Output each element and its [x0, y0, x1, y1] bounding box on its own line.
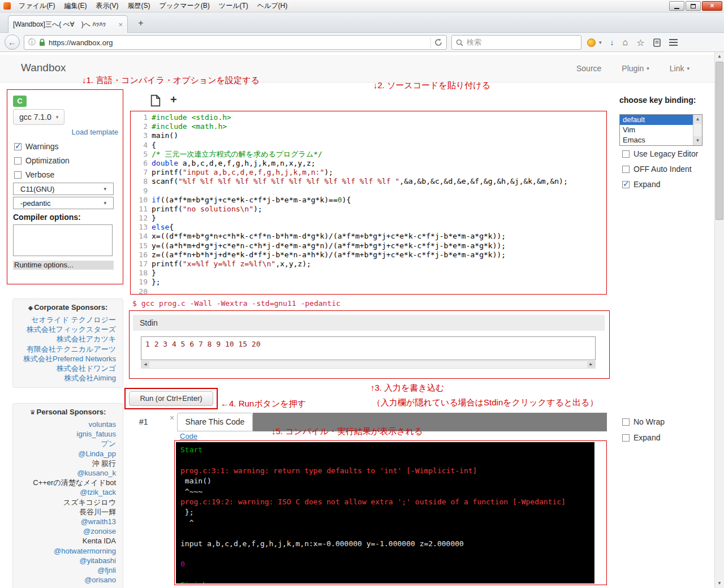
run-button[interactable]: Run (or Ctrl+Enter)	[129, 391, 213, 406]
scroll-right-icon[interactable]: ►	[587, 361, 595, 368]
reload-icon[interactable]	[434, 38, 442, 46]
sponsor-link[interactable]: 株式会社Preferred Networks	[18, 354, 116, 364]
std-select[interactable]: C11(GNU) ▾	[13, 183, 114, 195]
compiler-options-textarea[interactable]	[13, 224, 113, 256]
menu-item-b[interactable]: ブックマーク(B)	[154, 0, 214, 12]
scroll-up-icon[interactable]: ▲	[715, 52, 724, 61]
checkbox-verbose[interactable]: Verbose	[14, 170, 70, 179]
site-info-icon[interactable]: ⓘ	[28, 37, 36, 47]
extension-caret-icon[interactable]: ▾	[599, 40, 602, 45]
maximize-button[interactable]	[686, 1, 701, 11]
menu-item-v[interactable]: 表示(V)	[91, 0, 123, 12]
sponsor-link[interactable]: @tzik_tack	[18, 487, 116, 497]
checkbox-expand[interactable]: Expand	[622, 433, 665, 442]
tab-close-icon[interactable]: ×	[118, 20, 123, 29]
scroll-down-icon[interactable]: ▼	[715, 579, 724, 588]
checkbox-box[interactable]	[622, 418, 630, 426]
runtime-options-toggle[interactable]: Runtime options...	[13, 261, 114, 270]
bookmark-star-icon[interactable]: ☆	[636, 37, 644, 48]
result-tab[interactable]: #1	[130, 413, 175, 431]
code-link[interactable]: Code	[180, 432, 197, 440]
sponsor-link[interactable]: プン	[18, 439, 116, 448]
sponsor-link[interactable]: 株式会社フィックスターズ	[18, 325, 116, 334]
load-template-link[interactable]: Load template	[72, 128, 118, 136]
keybinding-option-emacs[interactable]: Emacs	[620, 135, 693, 145]
menu-item-f[interactable]: ファイル(F)	[14, 0, 59, 12]
checkbox-optimization[interactable]: Optimization	[14, 156, 70, 165]
menu-hamburger-icon[interactable]	[669, 39, 678, 46]
menu-item-h[interactable]: ヘルプ(H)	[253, 0, 292, 12]
listbox-scrollbar[interactable]: ▲ ▼	[693, 115, 702, 145]
scroll-left-icon[interactable]: ◄	[141, 361, 149, 368]
nav-plugin[interactable]: Plugin▾	[622, 64, 649, 73]
sponsor-link[interactable]: @zonoise	[18, 526, 116, 536]
sponsor-link[interactable]: @orisano	[18, 575, 116, 585]
menu-item-e[interactable]: 編集(E)	[59, 0, 91, 12]
sponsor-link[interactable]: @Linda_pp	[18, 449, 116, 459]
code-token: /* 三元一次連立方程式の解を求めるプログラム*/	[152, 150, 322, 158]
annotation-step3: ↑3. 入力を書き込む	[370, 383, 444, 394]
sponsor-link[interactable]: @kusano_k	[18, 468, 116, 478]
sponsor-link[interactable]: @wraith13	[18, 517, 116, 526]
sponsor-link[interactable]: ignis_fatuus	[18, 429, 116, 439]
menu-item-t[interactable]: ツール(T)	[214, 0, 253, 12]
browser-tab[interactable]: [Wandbox]三へ( ぺ∀゚)へ ﾊｯﾊｯ ×	[8, 15, 128, 33]
back-button[interactable]: ←	[5, 34, 20, 50]
sponsor-link[interactable]: @hotwatermorning	[18, 546, 116, 556]
checkbox-expand[interactable]: Expand	[622, 180, 698, 189]
sponsor-link[interactable]: 株式会社ドワンゴ	[18, 364, 116, 373]
sponsor-link[interactable]: @yitabashi	[18, 556, 116, 565]
checkbox-box[interactable]	[622, 434, 630, 442]
scrollbar-thumb[interactable]	[716, 62, 723, 220]
stdin-header[interactable]: Stdin	[133, 315, 605, 331]
downloads-icon[interactable]: ↓	[610, 38, 614, 47]
code-token: }	[152, 214, 156, 222]
scroll-up-icon[interactable]: ▲	[693, 115, 702, 124]
new-tab-button[interactable]: +	[133, 18, 148, 29]
sponsor-link[interactable]: 株式会社Aiming	[18, 373, 116, 383]
share-this-code-button[interactable]: Share This Code	[177, 413, 253, 431]
nav-source[interactable]: Source	[576, 64, 601, 73]
checkbox-box[interactable]	[622, 181, 630, 188]
result-tab-close-icon[interactable]: ×	[170, 413, 174, 422]
checkbox-use-legacy-editor[interactable]: Use Legacy Editor	[622, 149, 698, 158]
sponsor-link[interactable]: voluntas	[18, 420, 116, 429]
keybinding-option-default[interactable]: default	[620, 115, 693, 125]
url-bar[interactable]: ⓘ https://wandbox.org	[24, 35, 447, 50]
key-binding-listbox[interactable]: defaultVimEmacs ▲ ▼	[619, 114, 703, 146]
search-input[interactable]: 検索	[451, 35, 581, 50]
checkbox-warnings[interactable]: Warnings	[14, 142, 70, 151]
checkbox-box[interactable]	[622, 150, 630, 158]
sponsor-link[interactable]: セオライド テクノロジー	[18, 315, 116, 325]
pedantic-select[interactable]: -pedantic ▾	[13, 197, 114, 209]
scroll-down-icon[interactable]: ▼	[693, 136, 702, 145]
chevron-down-icon: ▾	[104, 200, 106, 206]
nav-link[interactable]: Link▾	[670, 64, 689, 73]
sponsor-link[interactable]: 株式会社アカツキ	[18, 334, 116, 344]
checkbox-no-wrap[interactable]: No Wrap	[622, 417, 665, 426]
checkbox-box[interactable]	[622, 166, 630, 173]
checkbox-off-auto-indent[interactable]: OFF Auto Indent	[622, 165, 698, 174]
stdin-input[interactable]: 1 2 3 4 5 6 7 8 9 10 15 20	[141, 336, 596, 360]
sponsor-link[interactable]: 有限会社テクニカルアーツ	[18, 344, 116, 354]
line-number: 19	[131, 278, 148, 287]
menu-item-s[interactable]: 履歴(S)	[123, 0, 154, 12]
checkbox-box[interactable]	[14, 143, 21, 150]
add-editor-tab-button[interactable]: +	[170, 93, 177, 106]
checkbox-box[interactable]	[14, 171, 21, 179]
keybinding-option-vim[interactable]: Vim	[620, 125, 693, 135]
bookmarks-panel-icon[interactable]	[653, 38, 661, 47]
home-icon[interactable]: ⌂	[623, 37, 628, 47]
checkbox-box[interactable]	[14, 157, 21, 165]
page-scrollbar[interactable]: ▲ ▼	[714, 52, 724, 588]
stdin-horizontal-scrollbar[interactable]: ◄ ►	[141, 361, 596, 369]
close-window-button[interactable]: ×	[702, 1, 722, 11]
compiler-select-button[interactable]: gcc 7.1.0 ▾	[13, 109, 64, 125]
extension-icon[interactable]	[587, 38, 596, 47]
editor-tab-row: +	[130, 92, 607, 111]
file-tab-icon[interactable]	[150, 94, 161, 107]
sponsor-link[interactable]: @fjnli	[18, 565, 116, 575]
code-editor[interactable]: 1234567891011121314151617181920 #include…	[130, 111, 607, 295]
code-token: printf(	[152, 205, 183, 213]
minimize-button[interactable]	[669, 1, 684, 11]
